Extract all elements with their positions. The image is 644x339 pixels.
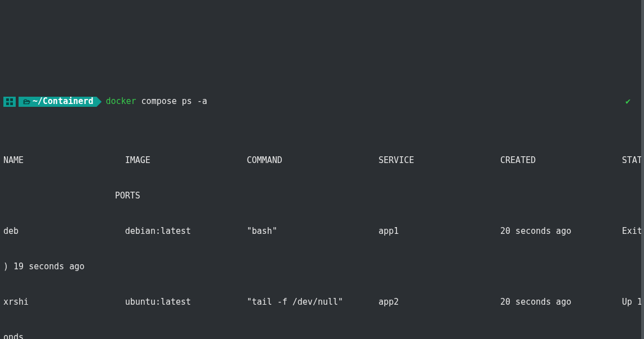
status-check-icon: ✔ [625,96,631,107]
ps-header: NAME IMAGE COMMAND SERVICE CREATED STATU… [3,155,641,166]
svg-rect-1 [10,98,13,101]
table-row: deb debian:latest "bash" app1 20 seconds… [3,225,641,237]
table-row: onds [3,332,641,339]
svg-rect-3 [10,102,13,105]
ps-header-2: PORTS [3,190,641,202]
svg-rect-2 [6,102,9,105]
svg-rect-0 [6,98,9,101]
path-segment: 🗁 ~/Containerd [19,97,97,107]
cwd-path: ~/Containerd [33,96,93,107]
command-input[interactable]: docker compose ps -a [106,96,207,107]
distro-icon [3,97,16,107]
terminal[interactable]: 🗁 ~/Containerd docker compose ps -a ✔ NA… [0,47,644,339]
table-row: xrshi ubuntu:latest "tail -f /dev/null" … [3,296,641,308]
folder-icon: 🗁 [23,96,30,107]
scrollbar[interactable] [641,0,644,339]
table-row: ) 19 seconds ago [3,261,641,273]
prompt-line: 🗁 ~/Containerd docker compose ps -a ✔ [3,96,641,107]
